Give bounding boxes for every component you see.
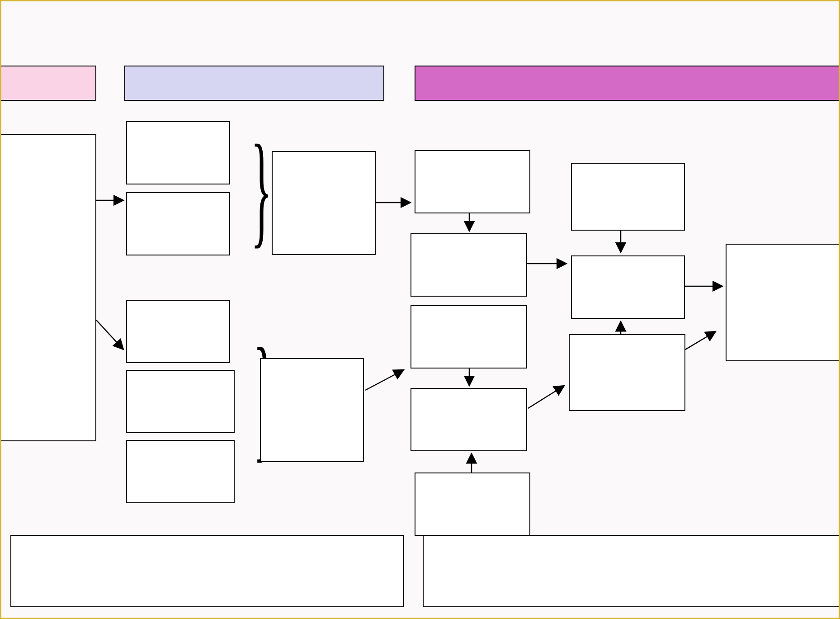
svg-line-12 [685,331,716,350]
header-lavender [124,66,384,101]
box-col4-d [411,388,527,451]
svg-line-8 [528,386,564,408]
box-col4-c [411,305,527,369]
box-col2-b [126,192,230,255]
header-pink [1,66,96,101]
box-right-big [726,244,840,361]
diagram-canvas: } } [0,0,840,619]
box-col3-top [272,151,376,255]
box-col5-c [569,334,685,411]
box-col2-d [126,370,235,433]
box-footer-right [423,535,840,607]
box-col5-b [571,255,685,319]
box-col4-e [415,473,530,536]
brace-top: } [251,126,272,252]
svg-line-3 [365,370,404,390]
box-left-tall [1,134,96,441]
box-col2-c [126,300,230,363]
box-col4-b [411,233,527,297]
box-footer-left [10,535,404,607]
box-col5-a [571,163,685,231]
box-col3-bottom [260,358,364,462]
box-col2-e [126,440,235,503]
box-col2-a [126,121,230,184]
svg-line-1 [96,320,123,350]
header-magenta [415,66,840,101]
box-col4-a [415,150,530,213]
